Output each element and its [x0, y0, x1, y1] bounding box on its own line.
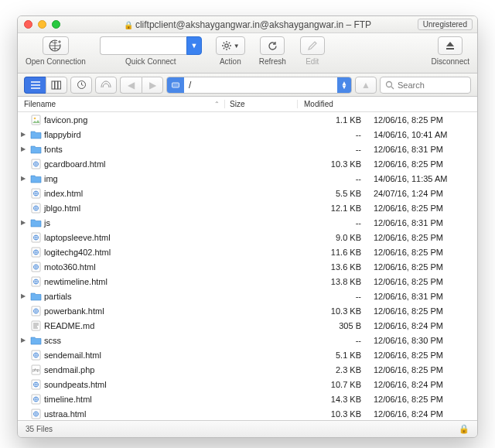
file-type-icon	[29, 379, 43, 390]
file-modified: 12/06/16, 8:25 PM	[367, 159, 477, 169]
open-connection-button[interactable]	[43, 36, 69, 55]
file-modified: 24/07/16, 1:24 PM	[367, 189, 477, 198]
file-modified: 12/06/16, 8:24 PM	[367, 321, 477, 330]
file-size: 5.5 KB	[312, 189, 367, 198]
table-row[interactable]: phpsendmail.php2.3 KB12/06/16, 8:25 PM	[18, 362, 477, 377]
file-type-icon	[29, 409, 43, 419]
disclosure-triangle-icon[interactable]: ▶	[18, 219, 29, 226]
file-size: 12.1 KB	[312, 203, 367, 213]
titlebar: 🔒cliftpclient@akshaygangwar.in@akshaygan…	[18, 16, 477, 33]
gear-icon	[221, 40, 232, 51]
disclosure-triangle-icon[interactable]: ▶	[18, 292, 29, 299]
nav-forward-button[interactable]: ▶	[142, 77, 163, 94]
table-row[interactable]: powerbank.html10.3 KB12/06/16, 8:25 PM	[18, 303, 477, 318]
table-row[interactable]: sendemail.html5.1 KB12/06/16, 8:25 PM	[18, 347, 477, 362]
column-size-label: Size	[230, 100, 244, 108]
disclosure-triangle-icon[interactable]: ▶	[18, 337, 29, 344]
quick-connect-combo[interactable]: ▼	[100, 36, 202, 55]
disclosure-triangle-icon[interactable]: ▶	[18, 175, 29, 182]
table-row[interactable]: ▶partials--12/06/16, 8:31 PM	[18, 289, 477, 303]
svg-rect-8	[172, 83, 179, 87]
file-name: README.md	[43, 321, 312, 330]
path-dropdown-icon[interactable]: ▲▼	[337, 77, 351, 93]
path-text: /	[184, 80, 337, 91]
column-size[interactable]: Size	[225, 100, 298, 108]
svg-rect-4	[52, 81, 55, 89]
disclosure-triangle-icon[interactable]: ▶	[18, 131, 29, 138]
window-title: 🔒cliftpclient@akshaygangwar.in@akshaygan…	[18, 19, 477, 30]
table-row[interactable]: README.md305 B12/06/16, 8:24 PM	[18, 318, 477, 333]
zoom-window-button[interactable]	[52, 20, 60, 29]
file-type-icon	[29, 320, 43, 331]
table-row[interactable]: ▶img--14/06/16, 11:35 AM	[18, 171, 477, 186]
column-modified[interactable]: Modified	[298, 100, 477, 108]
table-row[interactable]: logitechg402.html11.6 KB12/06/16, 8:25 P…	[18, 245, 477, 259]
file-modified: 12/06/16, 8:25 PM	[367, 365, 477, 374]
file-size: 1.1 KB	[312, 115, 367, 125]
table-row[interactable]: timeline.html14.3 KB12/06/16, 8:25 PM	[18, 392, 477, 406]
file-modified: 12/06/16, 8:25 PM	[367, 262, 477, 272]
file-size: --	[312, 336, 367, 345]
file-modified: 14/06/16, 11:35 AM	[367, 174, 477, 183]
edit-button[interactable]	[300, 36, 325, 55]
table-row[interactable]: favicon.png1.1 KB12/06/16, 8:25 PM	[18, 112, 477, 127]
file-type-icon	[29, 336, 43, 345]
search-input[interactable]	[398, 80, 466, 90]
table-row[interactable]: ▶fonts--12/06/16, 8:31 PM	[18, 142, 477, 156]
file-name: index.html	[43, 189, 312, 198]
status-text: 35 Files	[26, 425, 53, 433]
minimize-window-button[interactable]	[38, 20, 46, 29]
search-field[interactable]	[380, 77, 471, 94]
eject-icon	[445, 40, 456, 51]
file-size: --	[312, 292, 367, 301]
svg-rect-28	[32, 321, 40, 330]
table-row[interactable]: moto360.html13.6 KB12/06/16, 8:25 PM	[18, 259, 477, 274]
table-row[interactable]: ▶flappybird--14/06/16, 10:41 AM	[18, 127, 477, 142]
refresh-button[interactable]	[260, 36, 285, 55]
file-list[interactable]: favicon.png1.1 KB12/06/16, 8:25 PM▶flapp…	[18, 112, 477, 420]
file-name: moto360.html	[43, 262, 312, 272]
bonjour-button[interactable]	[95, 77, 117, 94]
chevron-down-icon: ▼	[234, 43, 240, 50]
table-row[interactable]: jblgo.html12.1 KB12/06/16, 8:25 PM	[18, 200, 477, 215]
view-columns-button[interactable]	[46, 77, 67, 94]
lock-status-icon: 🔒	[459, 424, 469, 434]
path-combo[interactable]: / ▲▼	[166, 77, 352, 94]
file-size: 10.7 KB	[312, 380, 367, 389]
action-label: Action	[220, 57, 241, 66]
table-row[interactable]: soundpeats.html10.7 KB12/06/16, 8:24 PM	[18, 377, 477, 392]
file-modified: 14/06/16, 10:41 AM	[367, 130, 477, 139]
history-button[interactable]	[70, 77, 92, 94]
view-list-button[interactable]	[24, 77, 46, 94]
columns-icon	[51, 80, 62, 90]
disconnect-button[interactable]	[438, 36, 463, 55]
unregistered-badge[interactable]: Unregistered	[418, 19, 473, 30]
column-filename[interactable]: Filename ⌃	[18, 100, 225, 108]
file-size: 13.6 KB	[312, 262, 367, 272]
table-row[interactable]: ustraa.html10.3 KB12/06/16, 8:24 PM	[18, 406, 477, 420]
file-modified: 12/06/16, 8:24 PM	[367, 409, 477, 419]
svg-point-9	[387, 81, 392, 87]
disclosure-triangle-icon[interactable]: ▶	[18, 145, 29, 152]
action-button[interactable]: ▼	[216, 36, 245, 55]
sort-indicator-icon: ⌃	[214, 101, 220, 108]
up-directory-button[interactable]: ▲	[355, 77, 377, 94]
nav-back-button[interactable]: ◀	[120, 77, 142, 94]
file-modified: 12/06/16, 8:31 PM	[367, 218, 477, 227]
table-row[interactable]: ▶scss--12/06/16, 8:30 PM	[18, 333, 477, 347]
file-type-icon	[29, 394, 43, 405]
close-window-button[interactable]	[24, 20, 32, 29]
table-row[interactable]: newtimeline.html13.8 KB12/06/16, 8:25 PM	[18, 274, 477, 289]
quick-connect-input[interactable]	[100, 36, 186, 55]
table-row[interactable]: index.html5.5 KB24/07/16, 1:24 PM	[18, 186, 477, 200]
quick-connect-dropdown[interactable]: ▼	[186, 36, 202, 55]
pencil-icon	[307, 40, 318, 51]
file-name: soundpeats.html	[43, 380, 312, 389]
file-size: --	[312, 218, 367, 227]
file-name: jblgo.html	[43, 203, 312, 213]
file-type-icon	[29, 232, 43, 243]
table-row[interactable]: ▶js--12/06/16, 8:31 PM	[18, 215, 477, 230]
table-row[interactable]: gcardboard.html10.3 KB12/06/16, 8:25 PM	[18, 156, 477, 171]
table-row[interactable]: laptopsleeve.html9.0 KB12/06/16, 8:25 PM	[18, 230, 477, 245]
file-modified: 12/06/16, 8:25 PM	[367, 351, 477, 360]
